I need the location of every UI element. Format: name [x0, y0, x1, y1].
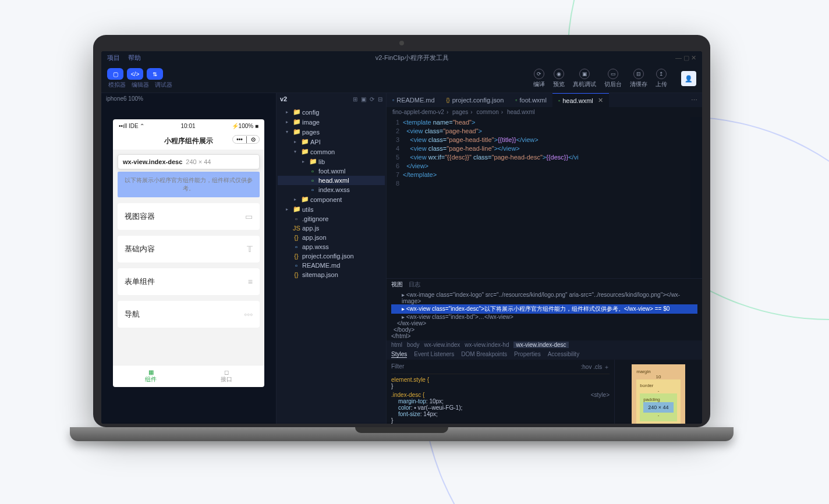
mode-simulator-button[interactable]: ▢: [107, 68, 123, 80]
subtab-event-listeners[interactable]: Event Listeners: [414, 351, 454, 358]
folder-lib[interactable]: ▸📁lib: [278, 157, 385, 166]
file-head-wxml[interactable]: ▫head.wxml: [278, 176, 385, 185]
inspect-tooltip: wx-view.index-desc 240 × 44: [118, 154, 260, 169]
devtools-tab-view[interactable]: 视图: [391, 281, 403, 289]
phone-simulator: ••ıll IDE ⌃ 10:01 ⚡100% ■ 小程序组件展示 •••│⊙ …: [113, 119, 264, 387]
ide-screen: 项目 帮助 v2-FinClip小程序开发工具 — ▢ ✕ ▢ </> ⇅ 模拟…: [101, 51, 702, 424]
window-title: v2-FinClip小程序开发工具: [149, 54, 675, 62]
mode-simulator-label: 模拟器: [108, 81, 126, 89]
toolbar: ▢ </> ⇅ 模拟器 编辑器 调试器 ⟳编译 ◉预览 ▣真机调试 ▭切后台 ⊟…: [101, 65, 702, 93]
mode-editor-label: 编辑器: [132, 81, 149, 89]
preview-button[interactable]: ◉预览: [553, 69, 565, 88]
simulator-pane: iphone6 100% ••ıll IDE ⌃ 10:01 ⚡100% ■ 小…: [101, 93, 276, 424]
capsule-button[interactable]: •••│⊙: [232, 135, 260, 144]
phone-battery: ⚡100% ■: [232, 123, 258, 129]
laptop-frame: 项目 帮助 v2-FinClip小程序开发工具 — ▢ ✕ ▢ </> ⇅ 模拟…: [93, 35, 710, 441]
phone-nav-title: 小程序组件展示: [164, 137, 213, 145]
phone-tab-api[interactable]: ◻接口: [189, 365, 264, 387]
subtab-dom-breakpoints[interactable]: DOM Breakpoints: [461, 351, 507, 358]
project-root[interactable]: v2: [280, 95, 287, 102]
selected-element-overlay[interactable]: 以下将展示小程序官方组件能力，组件样式仅供参考。: [118, 172, 260, 197]
tab-project-config[interactable]: {}project.config.json: [441, 94, 510, 107]
editor-tabs: ▫README.md {}project.config.json ▫foot.w…: [387, 93, 702, 107]
mode-editor-button[interactable]: </>: [127, 68, 143, 80]
menu-help[interactable]: 帮助: [128, 54, 141, 62]
webcam: [399, 41, 404, 45]
dom-breadcrumb[interactable]: htmlbody wx-view.indexwx-view.index-hd w…: [387, 340, 702, 349]
dom-tree[interactable]: ▸ <wx-image class="index-logo" src="../r…: [387, 290, 702, 340]
compile-button[interactable]: ⟳编译: [533, 69, 545, 88]
subtab-styles[interactable]: Styles: [391, 351, 407, 358]
file-foot-wxml[interactable]: ▫foot.wxml: [278, 166, 385, 176]
nav-icon: ◦◦◦: [244, 310, 253, 319]
file-app-json[interactable]: {}app.json: [278, 233, 385, 242]
list-item[interactable]: 表单组件≡: [118, 268, 260, 295]
file-sitemap[interactable]: {}sitemap.json: [278, 270, 385, 279]
folder-common[interactable]: ▾📁common: [278, 147, 385, 157]
mode-debugger-label: 调试器: [155, 81, 172, 89]
mode-debugger-button[interactable]: ⇅: [147, 68, 163, 80]
new-file-icon[interactable]: ⊞: [353, 96, 357, 102]
subtab-accessibility[interactable]: Accessibility: [548, 351, 579, 358]
file-readme[interactable]: ▫README.md: [278, 261, 385, 270]
clear-cache-button[interactable]: ⊟清缓存: [630, 69, 647, 88]
container-icon: ▭: [245, 212, 253, 221]
simulator-device-label: iphone6 100%: [101, 93, 276, 104]
minimap[interactable]: [690, 117, 702, 278]
collapse-icon[interactable]: ⊟: [378, 96, 382, 102]
avatar[interactable]: 👤: [681, 71, 696, 86]
list-item[interactable]: 基础内容𝕋: [118, 236, 260, 262]
tab-head-wxml[interactable]: ▫head.wxml✕: [552, 93, 609, 107]
styles-panel[interactable]: Filter:hov .cls ＋ element.style { } .ind…: [387, 360, 615, 424]
devtools-subtabs: Styles Event Listeners DOM Breakpoints P…: [387, 349, 702, 360]
breadcrumb: fino-applet-demo-v2› pages› common› head…: [387, 107, 702, 117]
phone-tab-components[interactable]: ▦组件: [113, 365, 189, 387]
folder-component[interactable]: ▸📁component: [278, 194, 385, 204]
phone-signal: ••ıll IDE ⌃: [119, 123, 144, 129]
list-item[interactable]: 导航◦◦◦: [118, 301, 260, 328]
tab-foot-wxml[interactable]: ▫foot.wxml: [509, 94, 552, 107]
upload-button[interactable]: ↥上传: [656, 69, 667, 88]
code-editor[interactable]: 12345678 <template name="head"> <view cl…: [387, 117, 702, 278]
menu-project[interactable]: 项目: [107, 54, 120, 62]
tabs-more-icon[interactable]: ⋯: [686, 97, 702, 104]
background-button[interactable]: ▭切后台: [604, 69, 622, 88]
form-icon: ≡: [248, 277, 253, 286]
menubar: 项目 帮助 v2-FinClip小程序开发工具 — ▢ ✕: [101, 51, 702, 65]
folder-api[interactable]: ▸📁API: [278, 137, 385, 147]
devtools-tab-log[interactable]: 日志: [409, 281, 420, 289]
box-model: margin 10 border - padding 240 × 44 - - …: [615, 360, 702, 424]
subtab-properties[interactable]: Properties: [514, 351, 541, 358]
remote-debug-button[interactable]: ▣真机调试: [573, 69, 596, 88]
folder-config[interactable]: ▸📁config: [278, 107, 385, 117]
folder-utils[interactable]: ▸📁utils: [278, 204, 385, 214]
file-index-wxss[interactable]: ▫index.wxss: [278, 185, 385, 194]
tab-readme[interactable]: ▫README.md: [387, 94, 441, 107]
list-item[interactable]: 视图容器▭: [118, 203, 260, 230]
phone-time: 10:01: [181, 123, 196, 129]
file-app-wxss[interactable]: ▫app.wxss: [278, 242, 385, 251]
folder-image[interactable]: ▸📁image: [278, 117, 385, 127]
window-controls[interactable]: — ▢ ✕: [675, 54, 696, 62]
close-icon[interactable]: ✕: [598, 97, 603, 104]
file-explorer: v2 ⊞ ▣ ⟳ ⊟ ▸📁config ▸📁image ▾📁pages ▸📁AP…: [276, 93, 387, 424]
refresh-icon[interactable]: ⟳: [370, 96, 374, 102]
file-gitignore[interactable]: ▫.gitignore: [278, 214, 385, 223]
text-icon: 𝕋: [247, 244, 253, 254]
new-folder-icon[interactable]: ▣: [361, 96, 366, 102]
file-project-config[interactable]: {}project.config.json: [278, 251, 385, 261]
devtools: 视图 日志 ▸ <wx-image class="index-logo" src…: [387, 278, 702, 424]
folder-pages[interactable]: ▾📁pages: [278, 127, 385, 137]
file-app-js[interactable]: JSapp.js: [278, 223, 385, 233]
